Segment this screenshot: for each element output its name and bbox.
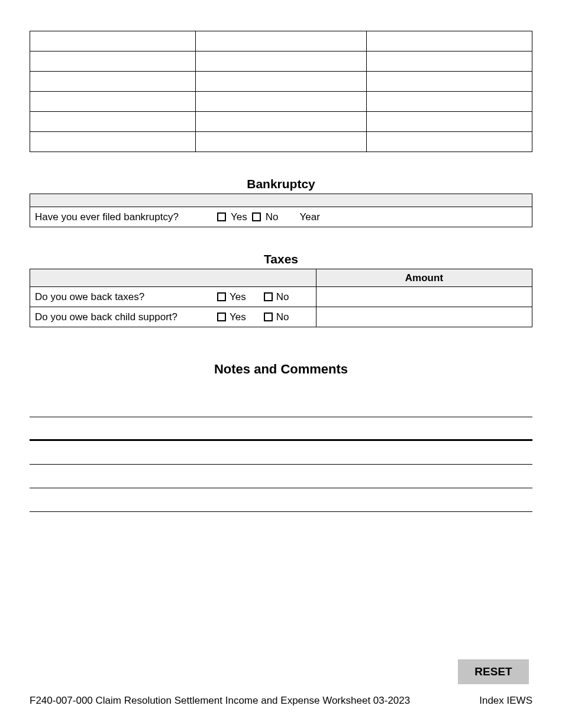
taxes-question-1: Do you owe back child support? (35, 311, 212, 323)
notes-title: Notes and Comments (30, 362, 532, 377)
bankruptcy-table: Have you ever filed bankruptcy? Yes No Y… (30, 194, 532, 227)
bankruptcy-title: Bankruptcy (30, 177, 532, 191)
reset-button[interactable]: RESET (458, 659, 529, 684)
table-row (30, 72, 532, 92)
taxes-1-yes-label: Yes (230, 311, 246, 323)
taxes-amount-header: Amount (316, 269, 532, 287)
table-row (30, 112, 532, 132)
taxes-0-amount[interactable] (316, 287, 532, 307)
table-row: Do you owe back child support? Yes No (30, 307, 532, 327)
taxes-header-blank (30, 269, 316, 287)
bankruptcy-no-label: No (266, 211, 279, 223)
footer-right: Index IEWS (479, 695, 532, 707)
bankruptcy-no-checkbox[interactable] (252, 212, 261, 221)
taxes-title: Taxes (30, 252, 532, 266)
bankruptcy-question: Have you ever filed bankruptcy? (35, 211, 212, 223)
taxes-0-no-label: No (276, 291, 289, 303)
bankruptcy-yes-checkbox[interactable] (217, 212, 226, 221)
table-row (30, 92, 532, 112)
top-blank-table (30, 31, 532, 152)
taxes-1-no-label: No (276, 311, 289, 323)
taxes-0-yes-label: Yes (230, 291, 246, 303)
notes-line[interactable] (30, 394, 532, 417)
bankruptcy-year-label: Year (299, 211, 319, 223)
taxes-table: Amount Do you owe back taxes? Yes No (30, 269, 532, 327)
taxes-1-amount[interactable] (316, 307, 532, 327)
bankruptcy-header-blank (30, 194, 532, 207)
notes-line[interactable] (30, 417, 532, 441)
table-row (30, 31, 532, 51)
notes-line[interactable] (30, 488, 532, 512)
notes-line[interactable] (30, 441, 532, 465)
table-row: Do you owe back taxes? Yes No (30, 287, 532, 307)
footer-left: F240-007-000 Claim Resolution Settlement… (30, 695, 410, 707)
bankruptcy-yes-label: Yes (231, 211, 247, 223)
notes-line[interactable] (30, 465, 532, 488)
taxes-question-0: Do you owe back taxes? (35, 291, 212, 303)
table-row (30, 132, 532, 152)
taxes-1-no-checkbox[interactable] (264, 313, 273, 321)
table-row (30, 51, 532, 72)
taxes-1-yes-checkbox[interactable] (217, 313, 226, 321)
taxes-0-no-checkbox[interactable] (264, 292, 273, 301)
taxes-0-yes-checkbox[interactable] (217, 292, 226, 301)
